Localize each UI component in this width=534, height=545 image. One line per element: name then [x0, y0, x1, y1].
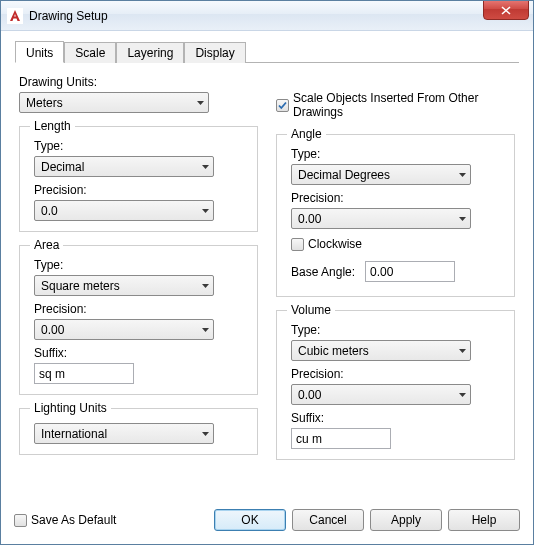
area-suffix-label: Suffix:: [34, 346, 247, 360]
tab-units[interactable]: Units: [15, 41, 64, 63]
area-precision-value: 0.00: [41, 323, 64, 337]
chevron-down-icon: [201, 206, 210, 215]
base-angle-value: 0.00: [370, 265, 393, 279]
angle-precision-select[interactable]: 0.00: [291, 208, 471, 229]
area-precision-label: Precision:: [34, 302, 247, 316]
area-group: Area Type: Square meters Precision: 0.00…: [19, 238, 258, 395]
clockwise-checkbox[interactable]: [291, 238, 304, 251]
tab-content: Drawing Units: Meters Length Type: Decim…: [1, 63, 533, 464]
length-precision-select[interactable]: 0.0: [34, 200, 214, 221]
angle-type-value: Decimal Degrees: [298, 168, 390, 182]
dialog-footer: Save As Default OK Cancel Apply Help: [0, 499, 534, 545]
scale-insert-checkbox[interactable]: [276, 99, 289, 112]
tab-display[interactable]: Display: [184, 42, 245, 63]
length-group: Length Type: Decimal Precision: 0.0: [19, 119, 258, 232]
ok-button[interactable]: OK: [214, 509, 286, 531]
volume-suffix-input[interactable]: cu m: [291, 428, 391, 449]
volume-suffix-value: cu m: [296, 432, 322, 446]
area-type-label: Type:: [34, 258, 247, 272]
chevron-down-icon: [458, 214, 467, 223]
area-suffix-value: sq m: [39, 367, 65, 381]
length-legend: Length: [30, 119, 75, 133]
area-suffix-input[interactable]: sq m: [34, 363, 134, 384]
save-default-label: Save As Default: [31, 513, 116, 527]
lighting-group: Lighting Units International: [19, 401, 258, 455]
tabbar: Units Scale Layering Display: [15, 41, 519, 63]
clockwise-label: Clockwise: [308, 237, 362, 251]
drawing-units-label: Drawing Units:: [19, 75, 258, 89]
drawing-units-value: Meters: [26, 96, 63, 110]
base-angle-row: Base Angle: 0.00: [291, 261, 504, 282]
lighting-units-select[interactable]: International: [34, 423, 214, 444]
save-default-checkbox[interactable]: [14, 514, 27, 527]
chevron-down-icon: [201, 429, 210, 438]
chevron-down-icon: [458, 346, 467, 355]
left-column: Drawing Units: Meters Length Type: Decim…: [19, 73, 258, 464]
tab-scale[interactable]: Scale: [64, 42, 116, 63]
angle-precision-value: 0.00: [298, 212, 321, 226]
help-button[interactable]: Help: [448, 509, 520, 531]
right-column: Scale Objects Inserted From Other Drawin…: [276, 73, 515, 464]
length-type-label: Type:: [34, 139, 247, 153]
angle-type-select[interactable]: Decimal Degrees: [291, 164, 471, 185]
save-default-row: Save As Default: [14, 513, 214, 527]
volume-suffix-label: Suffix:: [291, 411, 504, 425]
window-title: Drawing Setup: [29, 9, 531, 23]
close-button[interactable]: [483, 0, 529, 20]
clockwise-row: Clockwise: [291, 237, 504, 251]
angle-group: Angle Type: Decimal Degrees Precision: 0…: [276, 127, 515, 297]
chevron-down-icon: [201, 325, 210, 334]
lighting-units-value: International: [41, 427, 107, 441]
length-type-value: Decimal: [41, 160, 84, 174]
volume-legend: Volume: [287, 303, 335, 317]
cancel-button[interactable]: Cancel: [292, 509, 364, 531]
apply-button[interactable]: Apply: [370, 509, 442, 531]
volume-type-select[interactable]: Cubic meters: [291, 340, 471, 361]
app-icon: [7, 8, 23, 24]
angle-legend: Angle: [287, 127, 326, 141]
angle-type-label: Type:: [291, 147, 504, 161]
area-type-value: Square meters: [41, 279, 120, 293]
base-angle-label: Base Angle:: [291, 265, 355, 279]
chevron-down-icon: [201, 281, 210, 290]
titlebar: Drawing Setup: [1, 1, 533, 31]
volume-precision-value: 0.00: [298, 388, 321, 402]
lighting-legend: Lighting Units: [30, 401, 111, 415]
drawing-units-select[interactable]: Meters: [19, 92, 209, 113]
footer-buttons: OK Cancel Apply Help: [214, 509, 520, 531]
tab-layering[interactable]: Layering: [116, 42, 184, 63]
chevron-down-icon: [201, 162, 210, 171]
volume-precision-label: Precision:: [291, 367, 504, 381]
volume-precision-select[interactable]: 0.00: [291, 384, 471, 405]
length-precision-value: 0.0: [41, 204, 58, 218]
volume-type-label: Type:: [291, 323, 504, 337]
chevron-down-icon: [458, 170, 467, 179]
base-angle-input[interactable]: 0.00: [365, 261, 455, 282]
length-type-select[interactable]: Decimal: [34, 156, 214, 177]
area-precision-select[interactable]: 0.00: [34, 319, 214, 340]
area-type-select[interactable]: Square meters: [34, 275, 214, 296]
area-legend: Area: [30, 238, 63, 252]
volume-group: Volume Type: Cubic meters Precision: 0.0…: [276, 303, 515, 460]
scale-insert-row: Scale Objects Inserted From Other Drawin…: [276, 91, 515, 119]
length-precision-label: Precision:: [34, 183, 247, 197]
volume-type-value: Cubic meters: [298, 344, 369, 358]
chevron-down-icon: [196, 98, 205, 107]
angle-precision-label: Precision:: [291, 191, 504, 205]
scale-insert-label: Scale Objects Inserted From Other Drawin…: [293, 91, 515, 119]
chevron-down-icon: [458, 390, 467, 399]
